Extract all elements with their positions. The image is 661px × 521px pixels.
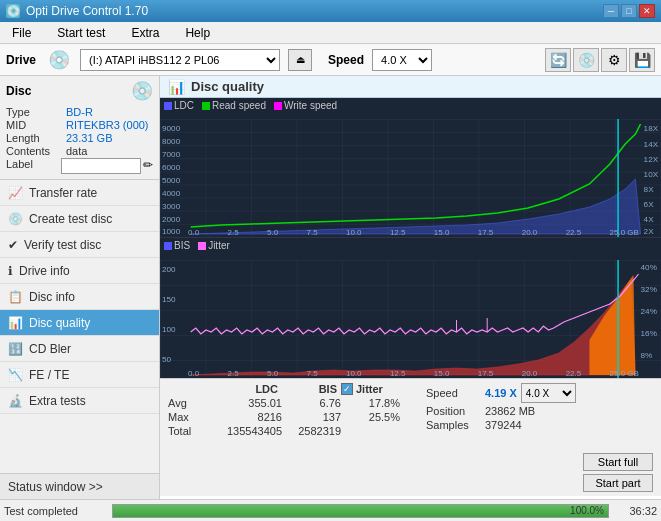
settings-button[interactable]: ⚙ (601, 48, 627, 72)
save-button[interactable]: 💾 (629, 48, 655, 72)
total-label: Total (168, 425, 208, 437)
sidebar-item-cd-bler-label: CD Bler (29, 342, 71, 356)
ldc-legend: LDC (164, 100, 194, 111)
svg-text:32%: 32% (641, 285, 657, 294)
speed-row: Speed 4.19 X 4.0 X (426, 383, 576, 403)
svg-text:8000: 8000 (162, 137, 181, 146)
status-window-button[interactable]: Status window >> (0, 473, 159, 499)
sidebar-item-disc-quality[interactable]: 📊 Disc quality (0, 310, 159, 336)
sidebar: Disc 💿 Type BD-R MID RITEKBR3 (000) Leng… (0, 76, 160, 499)
stats-main: LDC BIS ✓ Jitter Avg 355.01 6.76 17.8% (168, 383, 400, 437)
sidebar-item-verify-test-disc[interactable]: ✔ Verify test disc (0, 232, 159, 258)
write-speed-legend: Write speed (274, 100, 337, 111)
sidebar-item-create-test-disc[interactable]: 💿 Create test disc (0, 206, 159, 232)
position-value: 23862 MB (485, 405, 535, 417)
eject-button[interactable]: ⏏ (288, 49, 312, 71)
disc-label-label: Label (6, 158, 61, 174)
sidebar-item-fe-te[interactable]: 📉 FE / TE (0, 362, 159, 388)
svg-text:6000: 6000 (162, 163, 181, 172)
sidebar-menu: 📈 Transfer rate 💿 Create test disc ✔ Ver… (0, 180, 159, 473)
sidebar-item-extra-tests-label: Extra tests (29, 394, 86, 408)
sidebar-item-cd-bler[interactable]: 🔢 CD Bler (0, 336, 159, 362)
ldc-legend-dot (164, 102, 172, 110)
main-content: Disc 💿 Type BD-R MID RITEKBR3 (000) Leng… (0, 76, 661, 499)
disc-panel-title: Disc (6, 84, 31, 98)
disc-mid-value: RITEKBR3 (000) (66, 119, 153, 131)
menubar: File Start test Extra Help (0, 22, 661, 44)
menu-file[interactable]: File (4, 24, 39, 42)
svg-text:2000: 2000 (162, 215, 181, 224)
stats-avg-row: Avg 355.01 6.76 17.8% (168, 397, 400, 409)
disc-length-value: 23.31 GB (66, 132, 153, 144)
stats-speed: Speed 4.19 X 4.0 X Position 23862 MB Sam… (426, 383, 576, 431)
maximize-button[interactable]: □ (621, 4, 637, 18)
menu-extra[interactable]: Extra (123, 24, 167, 42)
stats-headers: LDC BIS ✓ Jitter (208, 383, 400, 395)
verify-test-disc-icon: ✔ (8, 238, 18, 252)
svg-text:9000: 9000 (162, 124, 181, 133)
refresh-button[interactable]: 🔄 (545, 48, 571, 72)
ldc-legend-label: LDC (174, 100, 194, 111)
speed-value: 4.19 X (485, 387, 517, 399)
start-buttons: Start full Start part (583, 453, 653, 492)
menu-start-test[interactable]: Start test (49, 24, 113, 42)
start-full-button[interactable]: Start full (583, 453, 653, 471)
sidebar-item-disc-info[interactable]: 📋 Disc info (0, 284, 159, 310)
stats-area: LDC BIS ✓ Jitter Avg 355.01 6.76 17.8% (160, 378, 661, 496)
drive-select[interactable]: (I:) ATAPI iHBS112 2 PL06 (80, 49, 280, 71)
speed-select[interactable]: 4.0 X (372, 49, 432, 71)
sidebar-item-extra-tests[interactable]: 🔬 Extra tests (0, 388, 159, 414)
samples-value: 379244 (485, 419, 522, 431)
disc-type-label: Type (6, 106, 66, 118)
ldc-header: LDC (208, 383, 278, 395)
disc-icon: 💿 (131, 80, 153, 102)
menu-help[interactable]: Help (177, 24, 218, 42)
read-speed-legend: Read speed (202, 100, 266, 111)
disc-type-value: BD-R (66, 106, 153, 118)
svg-text:6X: 6X (644, 200, 655, 209)
svg-text:4000: 4000 (162, 189, 181, 198)
sidebar-item-transfer-rate[interactable]: 📈 Transfer rate (0, 180, 159, 206)
status-window-label: Status window >> (8, 480, 103, 494)
stats-total-row: Total 135543405 2582319 (168, 425, 400, 437)
svg-text:1000: 1000 (162, 227, 181, 236)
disc-label-row: Label ✏ (6, 158, 153, 174)
jitter-avg: 17.8% (345, 397, 400, 409)
sidebar-item-transfer-rate-label: Transfer rate (29, 186, 97, 200)
svg-text:16%: 16% (641, 329, 657, 338)
close-button[interactable]: ✕ (639, 4, 655, 18)
sidebar-item-verify-test-disc-label: Verify test disc (24, 238, 101, 252)
bis-max: 137 (286, 411, 341, 423)
jitter-checkbox[interactable]: ✓ (341, 383, 353, 395)
app-title: Opti Drive Control 1.70 (26, 4, 148, 18)
svg-text:14X: 14X (644, 140, 659, 149)
progress-bar-container: 100.0% (112, 504, 609, 518)
disc-button[interactable]: 💿 (573, 48, 599, 72)
sidebar-item-drive-info[interactable]: ℹ Drive info (0, 258, 159, 284)
minimize-button[interactable]: ─ (603, 4, 619, 18)
start-part-button[interactable]: Start part (583, 474, 653, 492)
disc-label-input[interactable] (61, 158, 141, 174)
bis-avg: 6.76 (286, 397, 341, 409)
disc-edit-icon[interactable]: ✏ (143, 158, 153, 174)
max-label: Max (168, 411, 208, 423)
disc-panel-header: Disc 💿 (6, 80, 153, 102)
disc-mid-row: MID RITEKBR3 (000) (6, 119, 153, 131)
disc-quality-icon: 📊 (8, 316, 23, 330)
sidebar-item-fe-te-label: FE / TE (29, 368, 69, 382)
chart2-svg: 200 150 100 50 40% 32% 24% 16% 8% (160, 260, 661, 378)
svg-text:3000: 3000 (162, 202, 181, 211)
sidebar-item-disc-quality-label: Disc quality (29, 316, 90, 330)
disc-length-label: Length (6, 132, 66, 144)
speed-dropdown[interactable]: 4.0 X (521, 383, 576, 403)
svg-text:8X: 8X (644, 185, 655, 194)
content-area: 📊 Disc quality LDC Read speed (160, 76, 661, 499)
svg-text:2X: 2X (644, 227, 655, 236)
chart2-x-axis: 0.02.55.07.510.012.515.017.520.022.525.0… (188, 369, 639, 378)
sidebar-item-disc-info-label: Disc info (29, 290, 75, 304)
svg-text:5000: 5000 (162, 176, 181, 185)
speed-key: Speed (426, 387, 481, 399)
svg-text:4X: 4X (644, 215, 655, 224)
disc-contents-label: Contents (6, 145, 66, 157)
bis-legend-label: BIS (174, 240, 190, 251)
